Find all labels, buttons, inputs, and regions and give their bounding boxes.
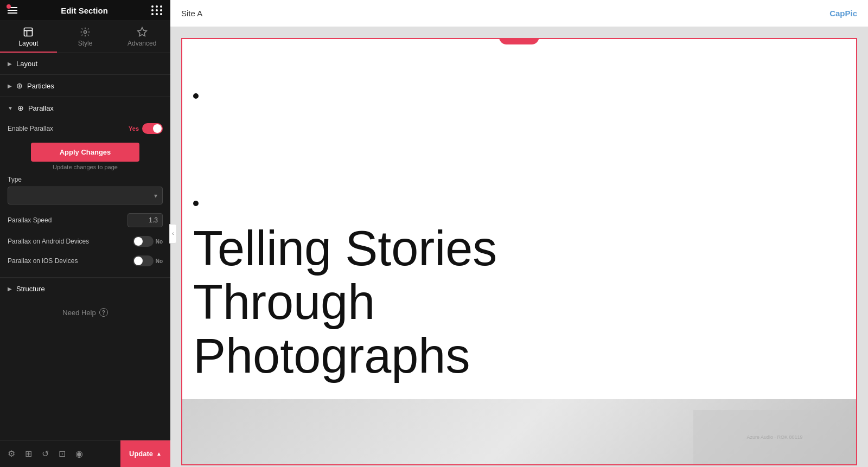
left-panel: Edit Section Layout Style	[0, 0, 170, 467]
canvas-area: + ⠿ × Telling Stories Through Photograph…	[170, 27, 868, 467]
svg-marker-4	[137, 28, 146, 36]
ios-toggle-label: No	[156, 258, 163, 264]
add-section-button[interactable]: +	[506, 38, 512, 42]
right-canvas: Site A CapPic + ⠿ × Te	[170, 0, 868, 467]
section-structure-label: Structure	[16, 285, 45, 293]
enable-parallax-label: Enable Parallax	[8, 125, 53, 132]
chevron-right-icon-structure: ▶	[8, 286, 12, 292]
android-toggle-knob	[134, 237, 143, 246]
type-select[interactable]: Scroll Mouse	[8, 187, 163, 204]
ios-toggle-knob	[134, 257, 143, 265]
toggle-knob	[153, 124, 162, 133]
type-section: Type Scroll Mouse ▾	[0, 172, 170, 209]
move-section-button[interactable]: ⠿	[515, 38, 523, 42]
tab-style[interactable]: Style	[57, 21, 114, 53]
dot-decoration-1	[193, 93, 199, 99]
section-layout[interactable]: ▶ Layout	[0, 53, 170, 75]
parallax-ios-toggle-wrapper: No	[133, 255, 163, 266]
svg-rect-0	[24, 28, 33, 36]
close-section-button[interactable]: ×	[526, 38, 533, 42]
preview-icon[interactable]: ◉	[75, 449, 83, 459]
layers-icon[interactable]: ⊞	[25, 449, 32, 459]
type-select-wrapper: Scroll Mouse ▾	[8, 187, 163, 204]
particles-icon: ⊕	[16, 81, 23, 90]
brand-logo: CapPic	[829, 9, 857, 18]
parallax-speed-input[interactable]	[127, 213, 163, 227]
section-structure[interactable]: ▶ Structure	[0, 278, 170, 299]
enable-parallax-toggle-wrapper: Yes	[129, 123, 163, 134]
content-line1	[193, 61, 845, 222]
dot-decoration-2	[193, 201, 199, 206]
help-icon: ?	[99, 308, 108, 317]
panel-content: ▶ Layout ▶ ⊕ Particles ▼ ⊕ Parallax Enab…	[0, 53, 170, 467]
section-image-area: Azure Audio · ROK 80119	[182, 399, 856, 464]
canvas-topbar: Site A CapPic	[170, 0, 868, 27]
panel-bottom-toolbar: ⚙ ⊞ ↺ ⊡ ◉ Update ▲	[0, 440, 170, 467]
enable-parallax-row: Enable Parallax Yes	[0, 119, 170, 138]
parallax-android-toggle[interactable]	[133, 236, 154, 247]
parallax-ios-toggle[interactable]	[133, 255, 154, 266]
image-overlay: Azure Audio · ROK 80119	[693, 410, 856, 464]
parallax-ios-row: Parallax on iOS Devices No	[0, 251, 170, 271]
edit-section-frame: + ⠿ × Telling Stories Through Photograph…	[181, 38, 857, 465]
need-help-label: Need Help	[62, 309, 95, 317]
section-particles[interactable]: ▶ ⊕ Particles	[0, 75, 170, 97]
status-dot	[7, 4, 11, 9]
type-label: Type	[8, 176, 163, 183]
grid-icon[interactable]	[151, 5, 163, 15]
svg-point-3	[84, 31, 87, 34]
parallax-android-label: Parallax on Android Devices	[8, 238, 89, 245]
toggle-yes-label: Yes	[129, 125, 139, 132]
panel-title: Edit Section	[17, 6, 151, 15]
apply-changes-button[interactable]: Apply Changes	[31, 143, 139, 162]
content-text-3: Photographs	[193, 329, 845, 383]
update-button[interactable]: Update ▲	[120, 440, 170, 467]
tab-layout[interactable]: Layout	[0, 21, 57, 53]
tab-layout-label: Layout	[18, 40, 38, 47]
chevron-down-icon: ▼	[8, 105, 13, 111]
collapse-panel-button[interactable]: ‹	[169, 224, 177, 244]
panel-header: Edit Section	[0, 0, 170, 21]
update-chevron-icon: ▲	[156, 451, 162, 457]
android-toggle-label: No	[156, 239, 163, 245]
parallax-android-toggle-wrapper: No	[133, 236, 163, 247]
update-label: Update	[129, 450, 153, 458]
settings-icon[interactable]: ⚙	[8, 449, 15, 459]
tab-style-label: Style	[78, 40, 93, 47]
toolbar-icons: ⚙ ⊞ ↺ ⊡ ◉	[0, 449, 120, 459]
section-parallax-label: Parallax	[28, 104, 54, 112]
site-title: Site A	[181, 9, 202, 18]
chevron-right-icon: ▶	[8, 61, 12, 67]
content-text-1: Telling Stories	[193, 222, 845, 276]
template-icon[interactable]: ⊡	[59, 449, 66, 459]
section-particles-label: Particles	[27, 82, 54, 90]
parallax-android-row: Parallax on Android Devices No	[0, 232, 170, 251]
apply-changes-wrapper: Apply Changes Update changes to page	[0, 138, 170, 172]
section-floating-toolbar: + ⠿ ×	[499, 38, 539, 44]
apply-hint-text: Update changes to page	[53, 164, 118, 170]
image-placeholder: Azure Audio · ROK 80119	[746, 434, 802, 440]
panel-tabs: Layout Style Advanced	[0, 21, 170, 53]
tab-advanced-label: Advanced	[127, 40, 156, 47]
enable-parallax-toggle[interactable]	[142, 123, 163, 134]
section-layout-label: Layout	[16, 60, 37, 68]
need-help-row[interactable]: Need Help ?	[0, 299, 170, 325]
chevron-right-icon-particles: ▶	[8, 83, 12, 89]
parallax-speed-label: Parallax Speed	[8, 216, 52, 224]
section-parallax: ▼ ⊕ Parallax Enable Parallax Yes Apply C…	[0, 97, 170, 278]
parallax-ios-label: Parallax on iOS Devices	[8, 257, 78, 265]
content-text-2: Through	[193, 276, 845, 329]
parallax-speed-row: Parallax Speed	[0, 209, 170, 232]
parallax-icon: ⊕	[17, 104, 24, 112]
tab-advanced[interactable]: Advanced	[113, 21, 170, 53]
history-icon[interactable]: ↺	[42, 449, 49, 459]
section-content: Telling Stories Through Photographs	[182, 39, 856, 399]
parallax-header[interactable]: ▼ ⊕ Parallax	[0, 97, 170, 119]
